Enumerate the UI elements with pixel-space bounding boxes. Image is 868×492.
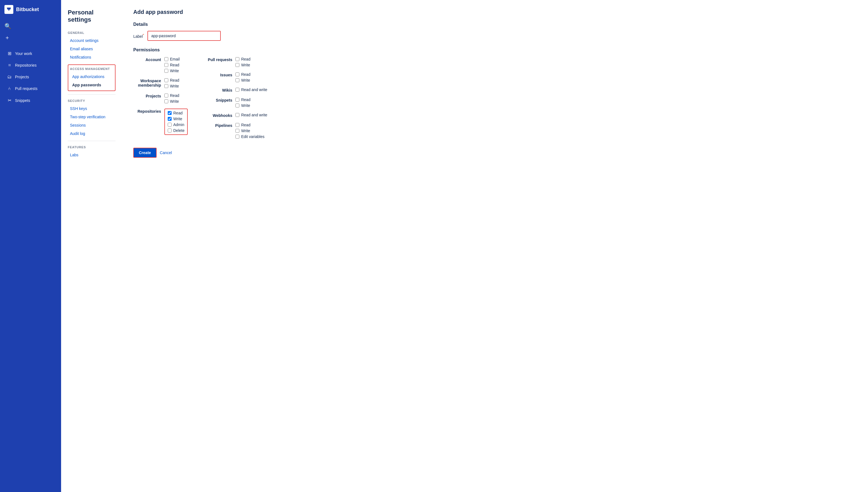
perm-issues-read[interactable]: Read: [235, 72, 250, 77]
perm-issues-write[interactable]: Write: [235, 78, 250, 82]
perm-pull-requests: Pull requests Read Write: [204, 57, 267, 67]
perm-workspace-read[interactable]: Read: [165, 78, 179, 82]
checkbox-issues-read[interactable]: [235, 72, 239, 76]
pr-icon: ⑃: [7, 86, 12, 91]
checkbox-pr-write[interactable]: [235, 63, 239, 67]
content-wrapper: Personal settings GENERAL Account settin…: [61, 0, 868, 492]
perm-workspace-label: Workspacemembership: [133, 78, 161, 88]
checkbox-repo-admin[interactable]: [168, 123, 172, 127]
perm-webhooks-checkboxes: Read and write: [235, 113, 267, 118]
perm-wikis-read-write[interactable]: Read and write: [235, 88, 267, 92]
perm-webhooks-read-write[interactable]: Read and write: [235, 113, 267, 117]
nav-audit-log[interactable]: Audit log: [68, 130, 116, 138]
form-title: Add app password: [133, 9, 857, 15]
perm-pr-write[interactable]: Write: [235, 63, 250, 67]
button-row: Create Cancel: [133, 148, 857, 158]
permissions-right: Pull requests Read Write Issues: [204, 57, 267, 139]
perm-repo-read[interactable]: Read: [168, 111, 184, 115]
nav-account-settings[interactable]: Account settings: [68, 36, 116, 44]
checkbox-repo-write[interactable]: [168, 117, 172, 121]
perm-workspace: Workspacemembership Read Write: [133, 78, 188, 88]
perm-workspace-write[interactable]: Write: [165, 84, 179, 88]
perm-pr-read[interactable]: Read: [235, 57, 250, 62]
perm-snippets-write[interactable]: Write: [235, 103, 250, 108]
perm-pipelines-label: Pipelines: [204, 123, 232, 139]
checkbox-webhooks-read-write[interactable]: [235, 113, 239, 117]
checkbox-pipelines-write[interactable]: [235, 129, 239, 133]
perm-repo-admin[interactable]: Admin: [168, 122, 184, 127]
checkbox-pr-read[interactable]: [235, 57, 239, 61]
perm-snippets-checkboxes: Read Write: [235, 97, 250, 108]
permissions-container: Account Email Read Write: [133, 57, 857, 139]
checkbox-snippets-read[interactable]: [235, 98, 239, 102]
perm-repo-write[interactable]: Write: [168, 117, 184, 121]
checkbox-workspace-read[interactable]: [165, 78, 168, 82]
permissions-left: Account Email Read Write: [133, 57, 188, 139]
label-field-label: Label*: [133, 33, 144, 39]
repo-icon: ⌗: [7, 63, 12, 68]
nav-ssh-keys[interactable]: SSH keys: [68, 105, 116, 113]
checkbox-projects-read[interactable]: [165, 94, 168, 97]
perm-account-email[interactable]: Email: [165, 57, 180, 62]
perm-repositories-label: Repositories: [133, 108, 161, 135]
perm-pr-checkboxes: Read Write: [235, 57, 250, 67]
checkbox-repo-delete[interactable]: [168, 128, 172, 132]
sidebar-nav: ⊞ Your work ⌗ Repositories 🗂 Projects ⑃ …: [0, 45, 61, 108]
sidebar-item-label: Pull requests: [15, 87, 38, 91]
sidebar-item-label: Snippets: [15, 98, 30, 103]
checkbox-pipelines-edit-variables[interactable]: [235, 135, 239, 139]
nav-sessions[interactable]: Sessions: [68, 121, 116, 129]
checkbox-repo-read[interactable]: [168, 111, 172, 115]
nav-divider: [68, 94, 116, 95]
create-button[interactable]: Create: [133, 148, 157, 158]
checkbox-snippets-write[interactable]: [235, 103, 239, 107]
perm-account-write[interactable]: Write: [165, 69, 180, 73]
perm-workspace-checkboxes: Read Write: [165, 78, 179, 88]
form-area: Add app password Details Label* Permissi…: [122, 0, 868, 492]
sidebar-item-pull-requests[interactable]: ⑃ Pull requests: [2, 83, 59, 94]
checkbox-issues-write[interactable]: [235, 78, 239, 82]
perm-repo-delete[interactable]: Delete: [168, 128, 184, 133]
nav-notifications[interactable]: Notifications: [68, 53, 116, 61]
perm-pipelines: Pipelines Read Write Edit variables: [204, 123, 267, 139]
checkbox-wikis-read-write[interactable]: [235, 88, 239, 92]
nav-labs[interactable]: Labs: [68, 151, 116, 159]
snippets-icon: ✂: [7, 98, 12, 103]
nav-two-step-verification[interactable]: Two-step verification: [68, 113, 116, 121]
checkbox-account-email[interactable]: [165, 57, 168, 61]
checkbox-projects-write[interactable]: [165, 99, 168, 103]
checkbox-account-read[interactable]: [165, 63, 168, 67]
security-section-label: SECURITY: [68, 99, 116, 102]
perm-pipelines-write[interactable]: Write: [235, 128, 264, 133]
perm-projects-write[interactable]: Write: [165, 99, 179, 103]
perm-pipelines-edit-variables[interactable]: Edit variables: [235, 134, 264, 139]
search-button[interactable]: 🔍: [4, 21, 13, 31]
perm-account-read[interactable]: Read: [165, 63, 180, 67]
main-content: Personal settings GENERAL Account settin…: [61, 0, 868, 492]
add-button[interactable]: ＋: [4, 32, 13, 43]
checkbox-pipelines-read[interactable]: [235, 123, 239, 127]
perm-projects-read[interactable]: Read: [165, 93, 179, 98]
perm-projects: Projects Read Write: [133, 93, 188, 103]
nav-app-passwords[interactable]: App passwords: [70, 81, 113, 89]
sidebar-item-your-work[interactable]: ⊞ Your work: [2, 48, 59, 59]
nav-email-aliases[interactable]: Email aliases: [68, 45, 116, 53]
perm-account: Account Email Read Write: [133, 57, 188, 73]
projects-icon: 🗂: [7, 74, 12, 79]
perm-snippets-read[interactable]: Read: [235, 97, 250, 102]
perm-pipelines-read[interactable]: Read: [235, 123, 264, 127]
general-section-label: GENERAL: [68, 31, 116, 34]
sidebar-item-snippets[interactable]: ✂ Snippets: [2, 95, 59, 106]
checkbox-account-write[interactable]: [165, 69, 168, 73]
label-input[interactable]: [148, 31, 220, 40]
cancel-button[interactable]: Cancel: [160, 150, 172, 155]
sidebar-item-repositories[interactable]: ⌗ Repositories: [2, 60, 59, 71]
nav-app-authorizations[interactable]: App authorizations: [70, 73, 113, 80]
perm-account-checkboxes: Email Read Write: [165, 57, 180, 73]
sidebar-title: Bitbucket: [16, 7, 39, 13]
checkbox-workspace-write[interactable]: [165, 84, 168, 88]
sidebar-item-projects[interactable]: 🗂 Projects: [2, 72, 59, 82]
bitbucket-logo[interactable]: [4, 5, 13, 14]
label-input-wrapper: [147, 31, 221, 41]
sidebar-item-label: Projects: [15, 75, 29, 79]
